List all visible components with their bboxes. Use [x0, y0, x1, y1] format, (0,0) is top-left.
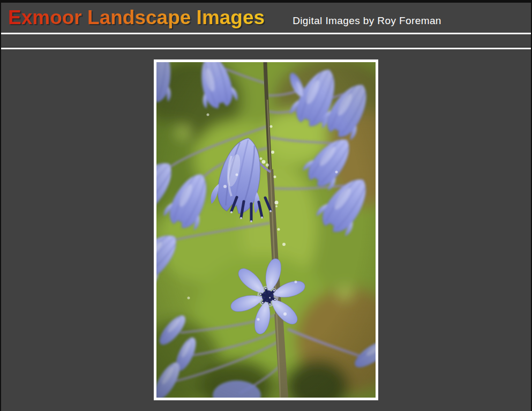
content-area — [1, 59, 531, 411]
menu-bar — [1, 34, 531, 48]
photo-vignette — [156, 62, 376, 398]
site-title-text: Exmoor Landscape Images — [8, 6, 265, 28]
menu-divider — [1, 48, 531, 49]
site-subtitle: Digital Images by Roy Foreman — [293, 15, 441, 27]
site-title: Exmoor Landscape Images Exmoor Landscape… — [8, 8, 265, 27]
site-header: Exmoor Landscape Images Exmoor Landscape… — [1, 3, 531, 33]
photo-frame — [154, 59, 378, 400]
bluebell-photo — [156, 62, 376, 398]
page: Exmoor Landscape Images Exmoor Landscape… — [0, 0, 532, 411]
